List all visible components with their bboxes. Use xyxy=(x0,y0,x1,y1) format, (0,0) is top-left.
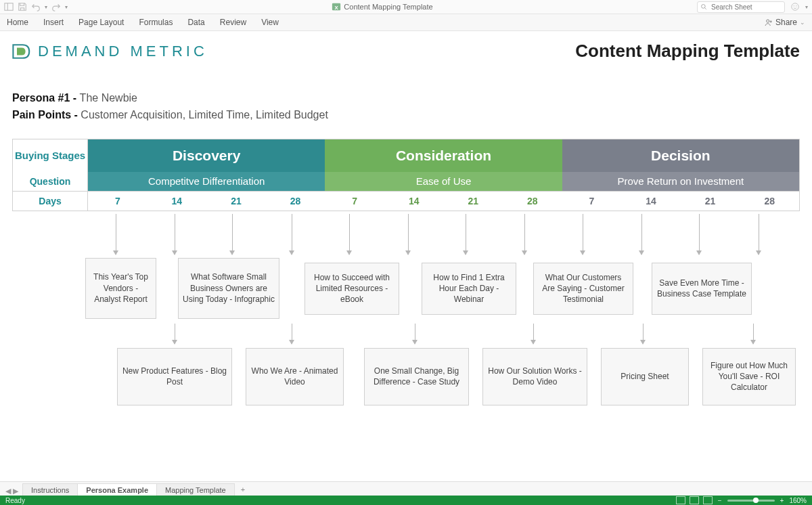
content-box: New Product Features - Blog Post xyxy=(117,348,232,405)
content-box: How Our Solution Works - Demo Video xyxy=(482,348,587,405)
arrow-icon xyxy=(699,214,700,255)
arrow-icon xyxy=(643,324,644,344)
share-label: Share xyxy=(775,18,797,27)
ribbon-tab-page-layout[interactable]: Page Layout xyxy=(78,18,124,27)
days-cell: 28 xyxy=(740,192,799,211)
content-box: One Small Change, Big Difference - Case … xyxy=(364,348,469,405)
status-ready: Ready xyxy=(5,497,25,504)
days-cell: 28 xyxy=(266,192,325,211)
ribbon-tabs: Home Insert Page Layout Formulas Data Re… xyxy=(7,18,279,27)
question-decision: Prove Return on Investment xyxy=(562,172,799,191)
question-consideration: Ease of Use xyxy=(325,172,562,191)
arrow-icon xyxy=(292,324,292,344)
zoom-out-button[interactable]: − xyxy=(718,497,722,504)
days-cell: 21 xyxy=(681,192,740,211)
svg-point-9 xyxy=(767,20,769,22)
arrow-icon xyxy=(583,214,583,255)
zoom-in-button[interactable]: + xyxy=(780,497,784,504)
persona-info: Persona #1 - The Newbie Pain Points - Cu… xyxy=(12,90,800,124)
days-cell: 21 xyxy=(206,192,266,211)
row-label-stages: Buying Stages xyxy=(13,139,88,172)
redo-icon[interactable] xyxy=(51,2,61,12)
brand-logo: DEMAND METRIC xyxy=(12,43,208,60)
arrow-icon xyxy=(524,214,525,255)
svg-point-4 xyxy=(702,5,706,9)
search-sheet[interactable] xyxy=(697,1,785,13)
sheet-tab-mapping-template[interactable]: Mapping Template xyxy=(156,483,235,496)
svg-point-6 xyxy=(792,3,799,11)
question-discovery: Competitve Differentiation xyxy=(88,172,325,191)
content-box: Figure out How Much You'll Save - ROI Ca… xyxy=(702,348,796,405)
stage-header-decision: Decision xyxy=(562,139,799,172)
stage-header-consideration: Consideration xyxy=(325,139,562,172)
arrow-icon xyxy=(759,214,759,255)
share-caret: ⌄ xyxy=(800,19,805,26)
ribbon-tab-formulas[interactable]: Formulas xyxy=(139,18,173,27)
arrow-icon xyxy=(232,214,233,255)
zoom-slider[interactable] xyxy=(727,500,775,502)
page-title: Content Mapping Template xyxy=(575,41,800,62)
undo-caret[interactable]: ▾ xyxy=(45,4,47,10)
panel-icon[interactable] xyxy=(4,2,14,12)
ribbon-tab-insert[interactable]: Insert xyxy=(43,18,64,27)
ribbon-tab-home[interactable]: Home xyxy=(7,18,28,27)
persona-label: Persona #1 - xyxy=(12,92,80,104)
view-mode-icons[interactable] xyxy=(676,496,713,504)
days-cell: 14 xyxy=(621,192,681,211)
arrow-icon xyxy=(641,214,642,255)
arrow-icon xyxy=(175,324,175,344)
painpoints-value: Customer Acquisition, Limited Time, Limi… xyxy=(81,109,328,120)
content-flow-area: This Year's Top Vendors - Analyst Report… xyxy=(12,214,800,424)
search-input[interactable] xyxy=(710,3,777,12)
stage-header-discovery: Discovery xyxy=(88,139,325,172)
arrow-icon xyxy=(116,214,116,255)
window-titlebar: ▾ ▾ X Content Mapping Template ▾ xyxy=(0,0,812,14)
save-icon[interactable] xyxy=(18,2,27,12)
arrow-icon xyxy=(415,324,415,344)
ribbon-tab-view[interactable]: View xyxy=(261,18,279,27)
sheet-tab-instructions[interactable]: Instructions xyxy=(22,483,78,496)
content-box: Save Even More Time - Business Case Temp… xyxy=(652,263,752,315)
days-cell: 7 xyxy=(562,192,622,211)
persona-value: The Newbie xyxy=(80,92,137,104)
buying-stages-table: Buying Stages Discovery Consideration De… xyxy=(12,139,800,211)
painpoints-label: Pain Points - xyxy=(12,109,81,120)
add-sheet-button[interactable]: + xyxy=(234,483,252,496)
sheet-tabs-bar: ◀ ▶ Instructions Persona Example Mapping… xyxy=(0,481,812,496)
person-plus-icon xyxy=(764,18,773,27)
svg-line-5 xyxy=(705,8,706,9)
days-cell: 7 xyxy=(325,192,384,211)
svg-text:X: X xyxy=(335,5,339,11)
arrow-icon xyxy=(466,214,466,255)
undo-icon[interactable] xyxy=(31,2,41,12)
sheet-tab-persona-example[interactable]: Persona Example xyxy=(77,483,157,496)
content-box: Pricing Sheet xyxy=(601,348,689,405)
sheet-nav-arrows[interactable]: ◀ ▶ xyxy=(4,485,22,496)
arrow-icon xyxy=(175,214,175,255)
svg-point-8 xyxy=(796,5,796,6)
row-label-question: Question xyxy=(13,172,88,191)
zoom-level: 160% xyxy=(789,497,807,504)
feedback-smiley-icon[interactable] xyxy=(790,2,800,12)
content-box: This Year's Top Vendors - Analyst Report xyxy=(85,258,156,319)
arrow-icon xyxy=(408,214,409,255)
worksheet-canvas: DEMAND METRIC Content Mapping Template P… xyxy=(0,31,812,424)
excel-app-icon: X xyxy=(332,2,341,12)
arrow-icon xyxy=(533,324,534,344)
share-button[interactable]: Share ⌄ xyxy=(764,18,805,27)
arrow-icon xyxy=(753,324,754,344)
content-box: How to Find 1 Extra Hour Each Day - Webi… xyxy=(422,263,516,315)
ribbon-tab-data[interactable]: Data xyxy=(187,18,204,27)
row-label-days: Days xyxy=(13,192,88,211)
status-bar: Ready − + 160% xyxy=(0,496,812,505)
days-cell: 28 xyxy=(503,192,562,211)
days-cell: 14 xyxy=(384,192,444,211)
feedback-caret[interactable]: ▾ xyxy=(805,4,808,10)
arrow-icon xyxy=(292,214,292,255)
ribbon-tab-review[interactable]: Review xyxy=(220,18,246,27)
days-cell: 21 xyxy=(443,192,503,211)
document-title: Content Mapping Template xyxy=(344,3,432,11)
days-cell: 14 xyxy=(148,192,207,211)
svg-point-7 xyxy=(794,5,794,6)
days-cell: 7 xyxy=(88,192,148,211)
